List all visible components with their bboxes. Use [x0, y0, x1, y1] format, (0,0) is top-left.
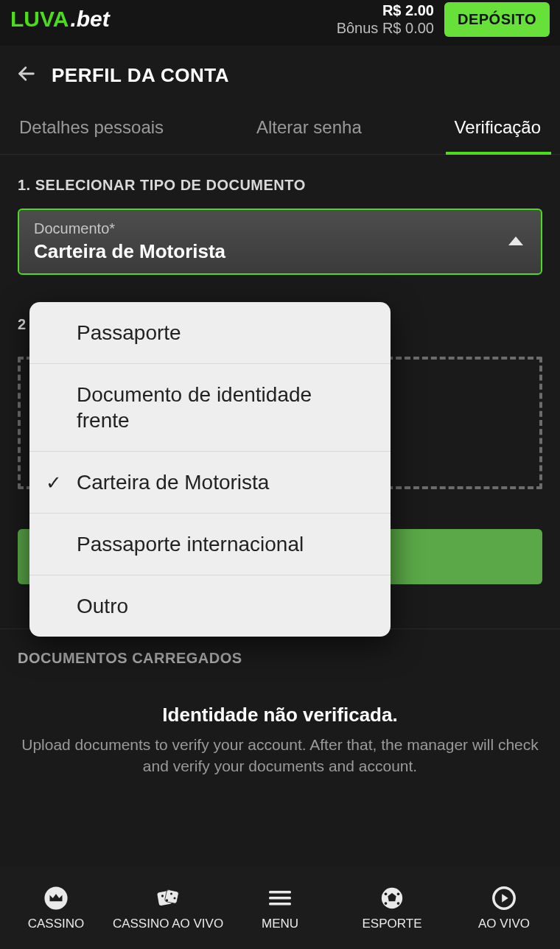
option-label: Outro [77, 595, 128, 617]
option-label: Carteira de Motorista [77, 471, 269, 494]
uploaded-docs-heading: DOCUMENTOS CARREGADOS [18, 650, 542, 667]
option-label: Passaporte internacional [77, 533, 304, 556]
svg-point-7 [170, 893, 172, 895]
not-verified-title: Identidade não verificada. [18, 704, 542, 726]
nav-menu[interactable]: MENU [224, 866, 336, 949]
checkmark-icon: ✓ [46, 470, 62, 494]
crown-icon [43, 884, 69, 912]
option-label: Documento de identidade frente [77, 383, 312, 432]
nav-label: AO VIVO [478, 917, 530, 931]
select-label: Documento* [34, 220, 526, 237]
svg-point-8 [174, 897, 176, 900]
dice-icon [155, 884, 181, 912]
header-bar: LUVA.bet R$ 2.00 Bônus R$ 0.00 DEPÓSITO [0, 0, 560, 46]
balance-currency: R$ [382, 2, 402, 18]
soccer-ball-icon [379, 884, 405, 912]
tab-personal-details[interactable]: Detalhes pessoais [16, 110, 167, 154]
dropdown-option-id-front[interactable]: Documento de identidade frente [29, 364, 391, 452]
balance-text: R$ 2.00 Bônus R$ 0.00 [337, 1, 434, 37]
tab-verification[interactable]: Verificação [452, 110, 544, 154]
bonus-label: Bônus [337, 20, 379, 36]
deposit-button[interactable]: DEPÓSITO [444, 2, 550, 37]
document-type-select[interactable]: Documento* Carteira de Motorista [18, 209, 542, 275]
logo[interactable]: LUVA.bet [10, 8, 110, 30]
svg-rect-11 [269, 903, 291, 906]
svg-point-5 [161, 894, 164, 897]
svg-point-6 [166, 899, 168, 901]
select-value: Carteira de Motorista [34, 240, 526, 263]
bonus-currency: R$ [382, 20, 402, 36]
nav-casino[interactable]: CASSINO [0, 866, 112, 949]
dropdown-option-international-passport[interactable]: Passaporte internacional [29, 514, 391, 575]
dropdown-option-passport[interactable]: Passaporte [29, 302, 391, 364]
step1-title: 1. SELECIONAR TIPO DE DOCUMENTO [18, 177, 542, 194]
nav-live[interactable]: AO VIVO [448, 866, 560, 949]
nav-label: MENU [262, 917, 298, 931]
nav-label: CASSINO AO VIVO [113, 917, 223, 931]
svg-marker-1 [508, 237, 523, 245]
nav-label: ESPORTE [363, 917, 422, 931]
svg-point-14 [385, 892, 388, 895]
tab-change-password[interactable]: Alterar senha [253, 110, 365, 154]
caret-up-icon [508, 235, 523, 248]
dropdown-option-other[interactable]: Outro [29, 575, 391, 637]
svg-rect-9 [269, 891, 291, 894]
uploaded-docs-section: DOCUMENTOS CARREGADOS Identidade não ver… [0, 628, 560, 777]
svg-rect-10 [269, 897, 291, 900]
menu-icon [267, 884, 293, 912]
svg-point-16 [385, 902, 388, 905]
document-type-dropdown: Passaporte Documento de identidade frent… [29, 302, 391, 637]
page-title: PERFIL DA CONTA [52, 64, 229, 87]
not-verified-sub: Upload documents to verify your account.… [18, 734, 542, 777]
svg-point-17 [397, 902, 400, 905]
nav-sport[interactable]: ESPORTE [336, 866, 448, 949]
bottom-nav: CASSINO CASSINO AO VIVO MENU ESPORTE AO … [0, 866, 560, 949]
play-circle-icon [491, 884, 517, 912]
dropdown-option-drivers-license[interactable]: ✓ Carteira de Motorista [29, 452, 391, 514]
svg-rect-4 [164, 889, 179, 904]
balance-block: R$ 2.00 Bônus R$ 0.00 DEPÓSITO [337, 1, 550, 37]
svg-point-15 [397, 892, 400, 895]
bonus-value: 0.00 [405, 20, 434, 36]
page-title-row: PERFIL DA CONTA [0, 46, 560, 110]
back-arrow-icon[interactable] [16, 63, 37, 88]
logo-suffix: .bet [70, 8, 109, 30]
logo-main: LUVA [10, 8, 69, 30]
tabs-bar: Detalhes pessoais Alterar senha Verifica… [0, 110, 560, 155]
svg-marker-19 [502, 894, 508, 902]
balance-value: 2.00 [405, 2, 434, 18]
nav-live-casino[interactable]: CASSINO AO VIVO [112, 866, 224, 949]
option-label: Passaporte [77, 321, 181, 344]
nav-label: CASSINO [28, 917, 85, 931]
